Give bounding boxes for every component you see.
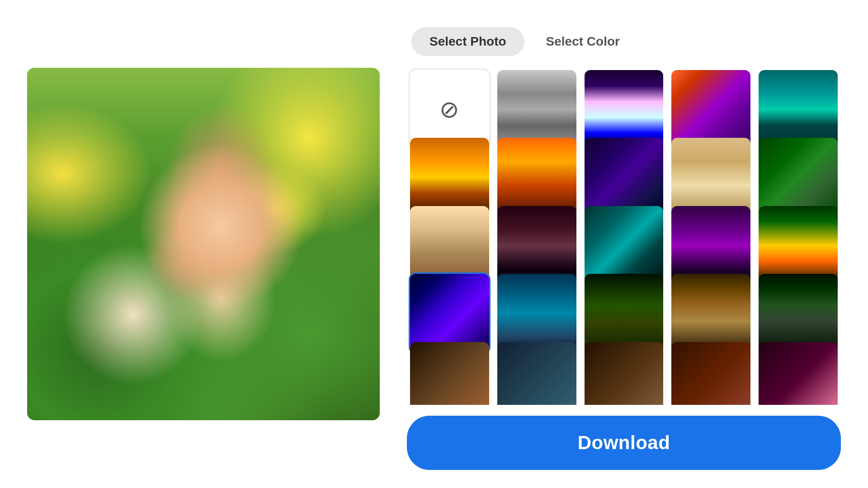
thumbnail-partial2 bbox=[497, 342, 576, 405]
select-color-tab[interactable]: Select Color bbox=[528, 27, 638, 56]
grid-item-partial1[interactable] bbox=[409, 341, 491, 405]
main-photo-area bbox=[27, 68, 380, 420]
tab-bar: Select Photo Select Color bbox=[407, 27, 841, 56]
controls-panel: Select Photo Select Color ⊘ Download bbox=[407, 18, 841, 470]
thumbnail-partial4 bbox=[671, 342, 750, 405]
selected-background-preview bbox=[27, 68, 380, 420]
grid-item-partial4[interactable] bbox=[670, 341, 752, 405]
no-background-icon: ⊘ bbox=[439, 98, 459, 121]
download-button[interactable]: Download bbox=[407, 416, 841, 470]
thumbnail-partial5 bbox=[759, 342, 838, 405]
grid-item-partial3[interactable] bbox=[583, 341, 665, 405]
main-photo bbox=[27, 68, 380, 420]
main-container: Select Photo Select Color ⊘ Download bbox=[0, 0, 868, 488]
photo-grid: ⊘ bbox=[407, 67, 841, 405]
grid-item-partial5[interactable] bbox=[757, 341, 839, 405]
select-photo-tab[interactable]: Select Photo bbox=[411, 27, 524, 56]
grid-item-partial2[interactable] bbox=[496, 341, 578, 405]
thumbnail-partial3 bbox=[585, 342, 664, 405]
thumbnail-partial1 bbox=[410, 342, 489, 405]
